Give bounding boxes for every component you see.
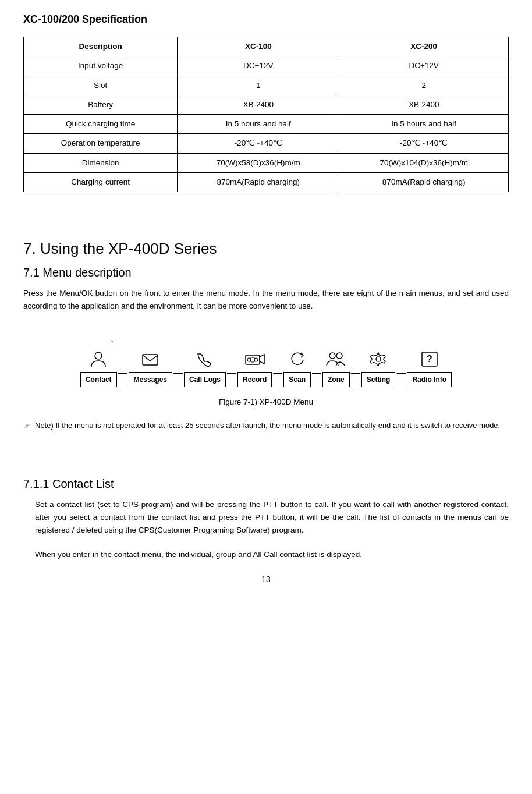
note-icon: ☞	[23, 420, 30, 432]
table-row: Operation temperature-20℃~+40℃-20℃~+40℃	[24, 134, 509, 153]
table-cell: Dimension	[24, 153, 178, 172]
menu-icon-messages	[139, 349, 162, 370]
note-section: ☞ Note) If the menu is not operated for …	[23, 420, 509, 432]
menu-box-messages: Messages	[129, 372, 172, 387]
menu-arrow: —	[351, 356, 360, 380]
menu-arrow: —	[396, 356, 406, 380]
menu-box-scan: Scan	[283, 372, 311, 387]
table-cell: Battery	[24, 95, 178, 114]
menu-item-messages: Messages	[129, 349, 172, 387]
table-row: Quick charging timeIn 5 hours and halfIn…	[24, 115, 509, 134]
menu-box-zone: Zone	[322, 372, 350, 387]
menu-box-radio-info: Radio Info	[407, 372, 452, 387]
section71-body1: Press the Menu/OK button on the front to…	[23, 287, 509, 313]
menu-box-contact: Contact	[80, 372, 117, 387]
menu-item-call-logs: Call Logs	[184, 349, 226, 387]
table-header-xc200: XC-200	[339, 37, 509, 56]
table-row: Dimension70(W)x58(D)x36(H)m/m70(W)x104(D…	[24, 153, 509, 172]
table-cell: Input voltage	[24, 56, 178, 76]
svg-point-3	[247, 358, 251, 361]
svg-point-9	[376, 357, 381, 361]
menu-box-setting: Setting	[361, 372, 396, 387]
section711-body2: When you enter in the contact menu, the …	[35, 548, 509, 561]
table-cell: XB-2400	[178, 95, 339, 114]
menu-icon-record	[243, 349, 267, 370]
table-cell: Operation temperature	[24, 134, 178, 153]
menu-arrow: —	[312, 356, 321, 380]
page-number: 13	[23, 573, 509, 586]
menu-arrow: —	[118, 356, 127, 380]
table-row: Slot12	[24, 76, 509, 95]
menu-item-radio-info: ?Radio Info	[407, 349, 452, 387]
menu-box-call-logs: Call Logs	[184, 372, 226, 387]
table-cell: Slot	[24, 76, 178, 95]
section711-body1: Set a contact list (set to CPS program) …	[35, 498, 509, 537]
table-header-description: Description	[24, 37, 178, 56]
menu-flow: Contact—Messages—Call Logs—Record—Scan—Z…	[80, 349, 452, 387]
table-cell: XB-2400	[339, 95, 509, 114]
table-header-xc100: XC-100	[178, 37, 339, 56]
table-cell: DC+12V	[339, 56, 509, 76]
section711-title: 7.1.1 Contact List	[23, 475, 509, 492]
menu-item-record: Record	[237, 349, 272, 387]
table-cell: 870mA(Rapid charging)	[339, 172, 509, 192]
table-cell: In 5 hours and half	[339, 115, 509, 134]
menu-arrow: —	[227, 356, 236, 380]
menu-icon-contact	[87, 349, 110, 370]
table-cell: Charging current	[24, 172, 178, 192]
menu-diagram: . Contact—Messages—Call Logs—Record—Scan…	[23, 331, 509, 387]
menu-item-setting: Setting	[361, 349, 396, 387]
menu-item-contact: Contact	[80, 349, 117, 387]
svg-point-0	[95, 352, 102, 359]
menu-arrow: —	[173, 356, 183, 380]
svg-point-7	[329, 353, 335, 359]
svg-rect-5	[251, 357, 254, 362]
table-row: Input voltageDC+12VDC+12V	[24, 56, 509, 76]
table-cell: 2	[339, 76, 509, 95]
table-cell: Quick charging time	[24, 115, 178, 134]
table-cell: DC+12V	[178, 56, 339, 76]
section7-title: 7. Using the XP-400D Series	[23, 238, 509, 260]
menu-icon-scan	[286, 349, 309, 370]
table-cell: -20℃~+40℃	[178, 134, 339, 153]
page-title: XC-100/200 Specification	[23, 12, 509, 27]
note-text: Note) If the menu is not operated for at…	[35, 420, 500, 432]
menu-dot: .	[111, 331, 114, 346]
svg-text:?: ?	[427, 354, 432, 364]
svg-marker-6	[260, 355, 264, 364]
table-cell: 1	[178, 76, 339, 95]
menu-icon-setting	[367, 349, 390, 370]
table-cell: 870mA(Rapid charging)	[178, 172, 339, 192]
svg-rect-2	[246, 355, 260, 364]
table-row: Charging current870mA(Rapid charging)870…	[24, 172, 509, 192]
menu-arrow: —	[273, 356, 282, 380]
table-cell: 70(W)x58(D)x36(H)m/m	[178, 153, 339, 172]
table-cell: 70(W)x104(D)x36(H)m/m	[339, 153, 509, 172]
figure-caption: Figure 7-1) XP-400D Menu	[23, 396, 509, 408]
table-cell: In 5 hours and half	[178, 115, 339, 134]
section71-title: 7.1 Menu description	[23, 264, 509, 281]
table-row: BatteryXB-2400XB-2400	[24, 95, 509, 114]
svg-rect-1	[143, 355, 158, 365]
table-cell: -20℃~+40℃	[339, 134, 509, 153]
svg-point-8	[336, 353, 342, 359]
menu-icon-radio-info: ?	[418, 349, 441, 370]
menu-item-zone: Zone	[322, 349, 350, 387]
menu-box-record: Record	[237, 372, 272, 387]
spec-table: Description XC-100 XC-200 Input voltageD…	[23, 37, 509, 192]
svg-point-4	[254, 358, 258, 361]
menu-icon-call-logs	[193, 349, 217, 370]
menu-icon-zone	[324, 349, 347, 370]
menu-item-scan: Scan	[283, 349, 311, 387]
